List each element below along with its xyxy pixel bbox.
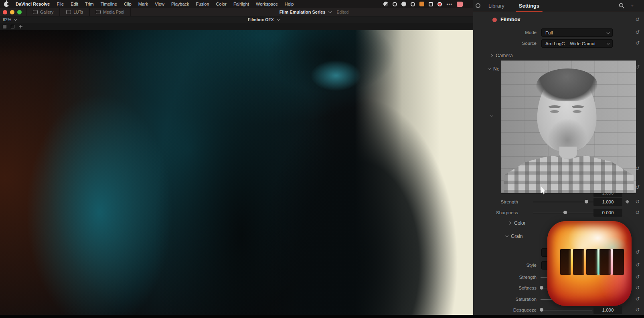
ofx-title-dropdown[interactable]: Filmbox OFX — [248, 17, 279, 22]
zoom-window-button[interactable] — [17, 10, 22, 14]
menu-help[interactable]: Help — [285, 2, 294, 6]
mode-value: Full — [545, 30, 553, 35]
media-pool-button[interactable]: Media Pool — [89, 8, 131, 16]
section-negative-label: Ne — [493, 66, 499, 72]
panel-add-icon[interactable]: + — [630, 3, 634, 9]
mode-dropdown[interactable]: Full — [541, 28, 613, 37]
chevron-down-icon — [328, 10, 332, 13]
status-icon-drive[interactable] — [401, 2, 406, 6]
section-negative[interactable]: Ne — [488, 66, 499, 72]
section-camera[interactable]: Camera — [490, 53, 513, 58]
status-icon-pink-app[interactable] — [457, 2, 463, 7]
menu-clip[interactable]: Clip — [124, 2, 132, 6]
gallery-icon — [33, 10, 38, 14]
chevron-down-icon — [606, 41, 610, 44]
close-window-button[interactable] — [3, 10, 7, 14]
luts-button[interactable]: LUTs — [60, 8, 89, 16]
reset-strength-icon[interactable]: ↺ — [634, 199, 641, 205]
preset-selector[interactable]: Film Emulation Series Edited — [234, 8, 394, 16]
filmbox-header: Filmbox ↺ — [473, 15, 644, 25]
gallery-label: Gallery — [40, 10, 53, 14]
menu-playback[interactable]: Playback — [171, 2, 189, 6]
section-grain[interactable]: Grain — [505, 233, 522, 239]
grain-saturation-label: Saturation — [473, 294, 537, 304]
chevron-down-icon — [488, 66, 491, 70]
section-color[interactable]: Color — [508, 220, 526, 226]
video-viewer-canvas[interactable] — [0, 30, 473, 315]
main-area: DaVinci Resolve File Edit Trim Timeline … — [0, 0, 473, 318]
desqueeze-slider-track[interactable] — [541, 310, 592, 311]
status-icon-contrast[interactable] — [383, 2, 388, 6]
section-camera-label: Camera — [496, 53, 513, 58]
reset-grain-softness-icon[interactable]: ↺ — [634, 285, 641, 291]
reset-sharpness-icon[interactable]: ↺ — [634, 209, 641, 216]
grain-softness-label: Softness — [473, 283, 537, 293]
menu-view[interactable]: View — [155, 2, 164, 6]
menu-fusion[interactable]: Fusion — [196, 2, 209, 6]
reset-mode-icon[interactable]: ↺ — [634, 29, 641, 36]
media-pool-icon — [96, 10, 101, 14]
viewer-tool-crosshair-icon[interactable] — [19, 25, 22, 28]
ofx-title: Filmbox OFX — [248, 17, 274, 22]
source-dropdown[interactable]: Arri LogC ...Wide Gamut — [541, 39, 613, 48]
tab-library[interactable]: Library — [488, 3, 504, 9]
apple-menu-icon[interactable] — [4, 2, 9, 7]
luts-icon — [66, 10, 71, 14]
chevron-down-icon — [14, 17, 17, 20]
plugin-enabled-dot[interactable] — [492, 18, 497, 22]
strength-value-box[interactable]: 1.000 — [593, 198, 622, 206]
reset-grain-saturation-icon[interactable]: ↺ — [634, 296, 641, 302]
reset-grain-hidden-icon[interactable]: ↺ — [634, 249, 641, 256]
viewer-zoom-dropdown[interactable]: 62% — [3, 17, 16, 22]
minimize-window-button[interactable] — [10, 10, 14, 14]
chevron-right-icon — [490, 54, 493, 57]
source-row: Source Arri LogC ...Wide Gamut ↺ — [473, 38, 644, 48]
menu-workspace[interactable]: Workspace — [256, 2, 278, 6]
reset-desqueeze-icon[interactable]: ↺ — [634, 307, 641, 313]
search-icon[interactable] — [619, 3, 625, 9]
status-icon-display[interactable] — [429, 2, 433, 6]
reset-grain-style-icon[interactable]: ↺ — [634, 262, 641, 268]
reset-grain-strength-icon[interactable]: ↺ — [634, 274, 641, 280]
keyframe-diamond-icon[interactable] — [626, 200, 630, 204]
film-bar — [560, 249, 571, 275]
app-toolbar: Gallery LUTs Media Pool Film Emulation S… — [0, 8, 473, 16]
reset-filmbox-icon[interactable]: ↺ — [634, 16, 641, 23]
davinci-resolve-window: DaVinci Resolve File Edit Trim Timeline … — [0, 0, 644, 318]
status-icon-more[interactable]: ••• — [446, 2, 452, 6]
filmstrip-bars-icon — [560, 249, 624, 275]
viewer-tool-box-icon[interactable] — [3, 25, 6, 28]
tab-settings[interactable]: Settings — [519, 3, 539, 9]
menu-edit[interactable]: Edit — [71, 2, 78, 6]
menu-mark[interactable]: Mark — [138, 2, 148, 6]
menu-app-name[interactable]: DaVinci Resolve — [16, 2, 50, 6]
gallery-button[interactable]: Gallery — [26, 8, 60, 16]
sharpness-slider-handle[interactable] — [563, 211, 567, 214]
menu-fairlight[interactable]: Fairlight — [233, 2, 249, 6]
menu-status-icons: ••• — [383, 2, 463, 7]
status-icon-camera[interactable] — [411, 2, 415, 6]
desqueeze-value-box[interactable]: 1.000 — [593, 306, 622, 314]
menu-trim[interactable]: Trim — [85, 2, 94, 6]
status-icon-app-orange[interactable] — [419, 2, 424, 6]
desqueeze-row: Desqueeze 1.000 ↺ — [473, 305, 644, 315]
film-bar — [573, 249, 584, 275]
menu-bar: DaVinci Resolve File Edit Trim Timeline … — [0, 0, 473, 8]
viewer-tool-frame-icon[interactable] — [11, 25, 14, 28]
strength-slider-handle[interactable] — [585, 200, 588, 203]
source-value: Arri LogC ...Wide Gamut — [545, 41, 595, 46]
grain-softness-slider-handle[interactable] — [540, 286, 543, 290]
menu-color[interactable]: Color — [216, 2, 227, 6]
portrait-brow — [572, 105, 584, 108]
plugin-title: Filmbox — [500, 16, 520, 22]
preset-status: Edited — [337, 10, 349, 14]
status-icon-sync[interactable] — [393, 2, 397, 6]
desqueeze-slider-handle[interactable] — [540, 308, 543, 312]
status-icon-record[interactable] — [437, 2, 442, 6]
reset-source-icon[interactable]: ↺ — [634, 40, 641, 46]
menu-file[interactable]: File — [57, 2, 64, 6]
sharpness-value-box[interactable]: 0.000 — [593, 209, 622, 217]
filmbox-logo-overlay — [547, 221, 632, 306]
menu-timeline[interactable]: Timeline — [101, 2, 117, 6]
portrait-neck — [559, 147, 577, 159]
